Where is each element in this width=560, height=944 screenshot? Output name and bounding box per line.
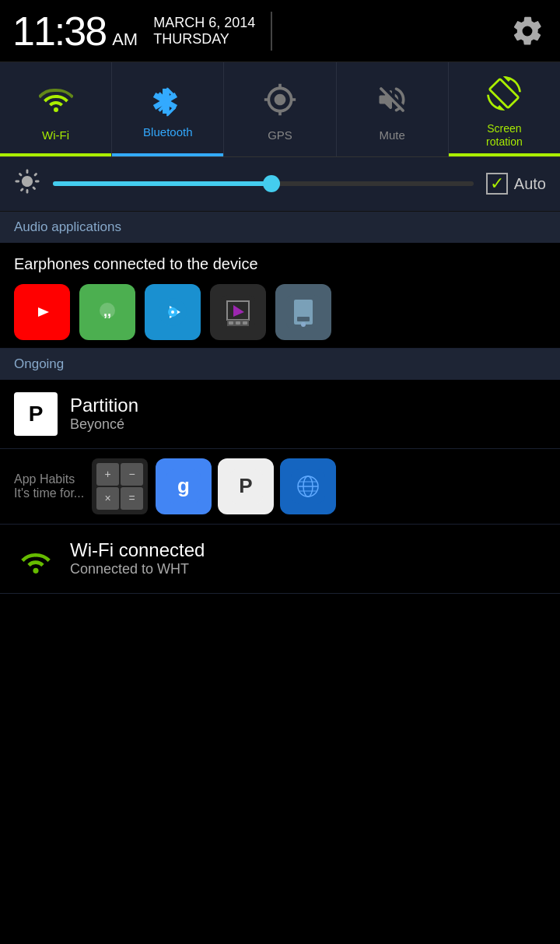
app-icon-other[interactable] [275,284,331,340]
mute-label: Mute [380,128,405,142]
time-block: 11:38 AM [12,8,138,54]
svg-point-5 [171,311,174,314]
date-line2: THURSDAY [153,31,255,47]
settings-button[interactable] [507,11,548,51]
partition-title: Partition [70,395,546,416]
partition-text: Partition Beyoncé [70,395,546,433]
screen-rotation-label: Screenrotation [486,122,523,149]
app-icon-globe[interactable] [280,458,336,514]
app-habits-text: App Habits It's time for... [14,472,84,500]
wifi-icon [39,82,73,122]
checkmark-icon: ✓ [490,175,504,192]
mute-icon [375,82,409,122]
tile-wifi[interactable]: Wi-Fi [0,62,112,156]
time-display: 11:38 [12,8,106,54]
wifi-notification[interactable]: Wi-Fi connected Connected to WHT [0,525,560,594]
svg-rect-12 [243,321,247,325]
calc-equals: = [121,487,143,510]
wifi-notification-subtitle: Connected to WHT [70,561,546,577]
brightness-slider[interactable] [53,181,474,186]
wifi-notification-title: Wi-Fi connected [70,539,546,561]
partition-p-letter: P [29,402,44,426]
wifi-notification-text: Wi-Fi connected Connected to WHT [70,539,546,577]
svg-rect-15 [297,317,310,321]
svg-point-16 [301,322,306,327]
wifi-label: Wi-Fi [42,128,69,142]
gear-icon [510,14,544,48]
date-block: MARCH 6, 2014 THURSDAY [153,15,255,47]
brightness-icon [14,168,40,200]
status-bar: 11:38 AM MARCH 6, 2014 THURSDAY [0,0,560,62]
time-ampm: AM [112,30,138,50]
tile-gps[interactable]: GPS [224,62,336,156]
partition-icon: P [14,392,58,436]
calc-times: × [96,487,119,510]
calculator-icon[interactable]: + − × = [92,458,148,514]
screen-rotation-icon [487,76,521,116]
app-icon-musicplayer[interactable] [145,284,201,340]
small-apps-row: g P [156,458,336,514]
partition-notification[interactable]: P Partition Beyoncé [0,380,560,449]
quick-tiles: Wi-Fi ✱ Bluetooth GPS Mute [0,62,560,157]
svg-rect-10 [229,321,233,325]
app-icon-youtube[interactable] [14,284,70,340]
gps-icon [263,82,297,122]
bluetooth-label: Bluetooth [143,125,192,139]
app-icon-hangouts[interactable]: ,, [79,284,135,340]
tile-mute[interactable]: Mute [337,62,449,156]
app-icon-video[interactable] [210,284,266,340]
svg-text:,,: ,, [103,304,111,319]
app-habits-row[interactable]: App Habits It's time for... + − × = g P [0,449,560,525]
tile-bluetooth[interactable]: ✱ Bluetooth [112,62,224,156]
calc-minus: − [121,463,143,486]
date-line1: MARCH 6, 2014 [153,15,255,31]
svg-text:g: g [177,474,190,497]
auto-checkbox[interactable]: ✓ [486,173,508,195]
audio-notification-title: Earphones connected to the device [14,255,546,273]
auto-label: Auto [514,175,546,193]
bluetooth-icon: ✱ [151,85,185,119]
app-icon-parking[interactable]: P [218,458,274,514]
app-habits-subtitle: It's time for... [14,486,84,500]
audio-section-label: Audio applications [14,219,121,234]
svg-rect-11 [236,321,240,325]
brightness-fill [53,181,271,186]
ongoing-section-header: Ongoing [0,349,560,380]
gps-label: GPS [268,128,292,142]
calc-plus: + [96,463,119,486]
wifi-connected-icon [14,537,58,581]
svg-text:P: P [240,474,253,497]
ongoing-label: Ongoing [14,356,64,371]
tile-screen-rotation[interactable]: Screenrotation [449,62,560,156]
brightness-thumb[interactable] [263,175,280,192]
app-icon-google[interactable]: g [156,458,212,514]
status-divider [271,12,272,51]
partition-subtitle: Beyoncé [70,416,546,433]
audio-section-header: Audio applications [0,212,560,243]
brightness-row: ✓ Auto [0,157,560,212]
auto-block: ✓ Auto [486,173,546,195]
audio-apps-row: ,, [14,284,546,340]
app-habits-title: App Habits [14,472,84,486]
audio-notification: Earphones connected to the device ,, [0,243,560,349]
